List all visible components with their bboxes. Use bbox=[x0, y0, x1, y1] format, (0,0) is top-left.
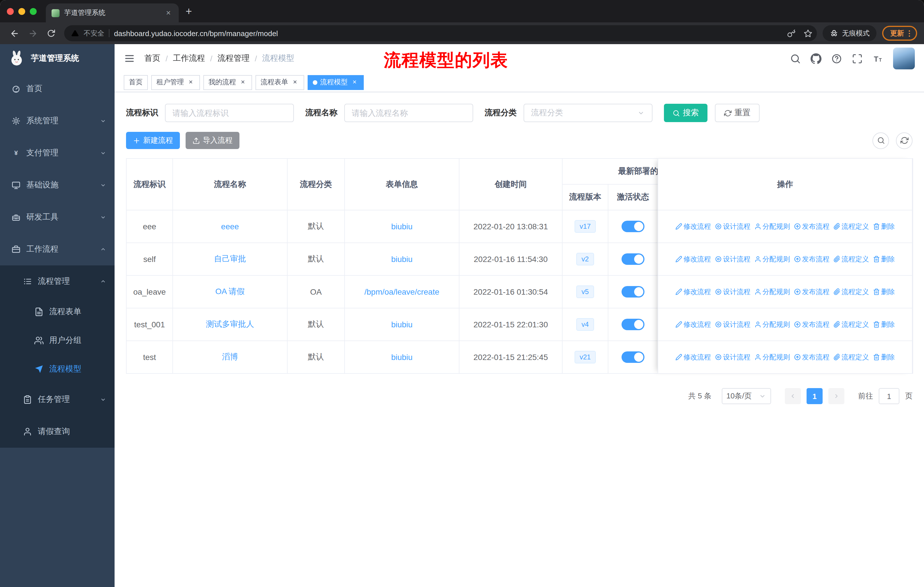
prev-page-button[interactable] bbox=[785, 388, 801, 404]
form-info-link[interactable]: biubiu bbox=[391, 222, 413, 231]
refresh-table-button[interactable] bbox=[896, 132, 912, 149]
process-name-link[interactable]: 滔博 bbox=[222, 352, 238, 361]
form-info-link[interactable]: biubiu bbox=[391, 352, 413, 362]
sidebar-item-user-group[interactable]: 用户分组 bbox=[0, 326, 115, 355]
op-design-link[interactable]: 设计流程 bbox=[715, 352, 751, 362]
kebab-menu-icon[interactable] bbox=[905, 29, 914, 38]
create-process-button[interactable]: 新建流程 bbox=[126, 132, 180, 149]
sidebar-item-task-mgmt[interactable]: 任务管理 bbox=[0, 384, 115, 416]
form-info-link[interactable]: biubiu bbox=[391, 320, 413, 329]
op-modify-link[interactable]: 修改流程 bbox=[675, 287, 711, 297]
form-info-link[interactable]: /bpm/oa/leave/create bbox=[364, 287, 439, 296]
op-definition-link[interactable]: 流程定义 bbox=[833, 222, 869, 231]
not-secure-label[interactable]: 不安全 bbox=[84, 28, 104, 38]
tag-my-process[interactable]: 我的流程 bbox=[203, 75, 252, 90]
goto-page-input[interactable] bbox=[879, 388, 899, 404]
form-info-link[interactable]: biubiu bbox=[391, 255, 413, 264]
sidebar-item-devtools[interactable]: 研发工具 bbox=[0, 201, 115, 233]
op-definition-link[interactable]: 流程定义 bbox=[833, 287, 869, 297]
page-size-select[interactable]: 10条/页 bbox=[722, 388, 771, 404]
toggle-search-button[interactable] bbox=[873, 132, 889, 149]
op-delete-link[interactable]: 删除 bbox=[873, 222, 895, 231]
process-name-input[interactable] bbox=[344, 104, 473, 122]
breadcrumb-process-mgmt[interactable]: 流程管理 bbox=[218, 53, 250, 64]
fullscreen-icon[interactable] bbox=[852, 53, 863, 64]
process-name-link[interactable]: 测试多审批人 bbox=[206, 319, 254, 329]
sidebar-item-process-form[interactable]: 流程表单 bbox=[0, 298, 115, 326]
tag-close-icon[interactable] bbox=[239, 78, 247, 86]
reload-button[interactable] bbox=[43, 26, 58, 41]
github-icon[interactable] bbox=[810, 53, 822, 64]
process-name-link[interactable]: eeee bbox=[221, 222, 239, 231]
tag-process-form[interactable]: 流程表单 bbox=[256, 75, 304, 90]
active-toggle[interactable] bbox=[622, 253, 644, 265]
op-publish-link[interactable]: 发布流程 bbox=[794, 352, 830, 362]
tag-process-model[interactable]: 流程模型 bbox=[308, 75, 364, 90]
op-modify-link[interactable]: 修改流程 bbox=[675, 254, 711, 264]
op-delete-link[interactable]: 删除 bbox=[873, 319, 895, 329]
window-close-button[interactable] bbox=[7, 8, 14, 15]
search-icon[interactable] bbox=[790, 53, 801, 64]
tag-close-icon[interactable] bbox=[187, 78, 195, 86]
process-name-link[interactable]: OA 请假 bbox=[215, 287, 245, 296]
op-design-link[interactable]: 设计流程 bbox=[715, 319, 751, 329]
page-number-button[interactable]: 1 bbox=[807, 388, 823, 404]
user-avatar[interactable] bbox=[893, 48, 915, 69]
op-assign-link[interactable]: 分配规则 bbox=[754, 222, 790, 231]
tag-close-icon[interactable] bbox=[291, 78, 299, 86]
process-name-link[interactable]: 自己审批 bbox=[214, 254, 246, 263]
window-maximize-button[interactable] bbox=[30, 8, 37, 15]
op-modify-link[interactable]: 修改流程 bbox=[675, 319, 711, 329]
sidebar-item-workflow[interactable]: 工作流程 bbox=[0, 233, 115, 265]
window-minimize-button[interactable] bbox=[18, 8, 25, 15]
back-button[interactable] bbox=[7, 26, 22, 41]
next-page-button[interactable] bbox=[828, 388, 844, 404]
sidebar-item-pay[interactable]: 支付管理 bbox=[0, 137, 115, 169]
op-delete-link[interactable]: 删除 bbox=[873, 254, 895, 264]
sidebar-item-system[interactable]: 系统管理 bbox=[0, 105, 115, 137]
op-design-link[interactable]: 设计流程 bbox=[715, 222, 751, 231]
op-publish-link[interactable]: 发布流程 bbox=[794, 319, 830, 329]
op-design-link[interactable]: 设计流程 bbox=[715, 254, 751, 264]
op-modify-link[interactable]: 修改流程 bbox=[675, 352, 711, 362]
active-toggle[interactable] bbox=[622, 351, 644, 363]
op-definition-link[interactable]: 流程定义 bbox=[833, 352, 869, 362]
breadcrumb-workflow[interactable]: 工作流程 bbox=[173, 53, 205, 64]
address-bar[interactable]: 不安全 dashboard.yudao.iocoder.cn/bpm/manag… bbox=[64, 25, 817, 41]
tab-close-icon[interactable] bbox=[164, 8, 173, 18]
op-definition-link[interactable]: 流程定义 bbox=[833, 254, 869, 264]
tag-home[interactable]: 首页 bbox=[124, 75, 148, 90]
reset-button[interactable]: 重置 bbox=[715, 104, 760, 122]
import-process-button[interactable]: 导入流程 bbox=[186, 132, 239, 149]
tag-close-icon[interactable] bbox=[351, 78, 359, 86]
new-tab-button[interactable] bbox=[186, 6, 192, 17]
op-design-link[interactable]: 设计流程 bbox=[715, 287, 751, 297]
op-assign-link[interactable]: 分配规则 bbox=[754, 287, 790, 297]
browser-tab[interactable]: 芋道管理系统 bbox=[46, 3, 179, 22]
op-publish-link[interactable]: 发布流程 bbox=[794, 254, 830, 264]
active-toggle[interactable] bbox=[622, 221, 644, 232]
browser-update-button[interactable]: 更新 bbox=[882, 26, 917, 41]
sidebar-item-leave-query[interactable]: 请假查询 bbox=[0, 416, 115, 448]
sidebar-item-process-mgmt[interactable]: 流程管理 bbox=[0, 265, 115, 298]
category-select[interactable]: 流程分类 bbox=[523, 104, 652, 122]
process-id-input[interactable] bbox=[165, 104, 294, 122]
breadcrumb-home[interactable]: 首页 bbox=[144, 53, 160, 64]
sidebar-item-infra[interactable]: 基础设施 bbox=[0, 169, 115, 201]
op-publish-link[interactable]: 发布流程 bbox=[794, 222, 830, 231]
sidebar-toggle-button[interactable] bbox=[124, 53, 135, 64]
active-toggle[interactable] bbox=[622, 319, 644, 330]
op-definition-link[interactable]: 流程定义 bbox=[833, 319, 869, 329]
help-icon[interactable] bbox=[831, 53, 842, 64]
op-delete-link[interactable]: 删除 bbox=[873, 352, 895, 362]
active-toggle[interactable] bbox=[622, 286, 644, 298]
sidebar-item-home[interactable]: 首页 bbox=[0, 73, 115, 105]
font-size-icon[interactable] bbox=[873, 53, 883, 64]
op-delete-link[interactable]: 删除 bbox=[873, 287, 895, 297]
op-assign-link[interactable]: 分配规则 bbox=[754, 254, 790, 264]
sidebar-item-process-model[interactable]: 流程模型 bbox=[0, 355, 115, 384]
op-assign-link[interactable]: 分配规则 bbox=[754, 319, 790, 329]
op-modify-link[interactable]: 修改流程 bbox=[675, 222, 711, 231]
url-text[interactable]: dashboard.yudao.iocoder.cn/bpm/manager/m… bbox=[114, 29, 779, 38]
password-key-icon[interactable] bbox=[787, 29, 796, 38]
